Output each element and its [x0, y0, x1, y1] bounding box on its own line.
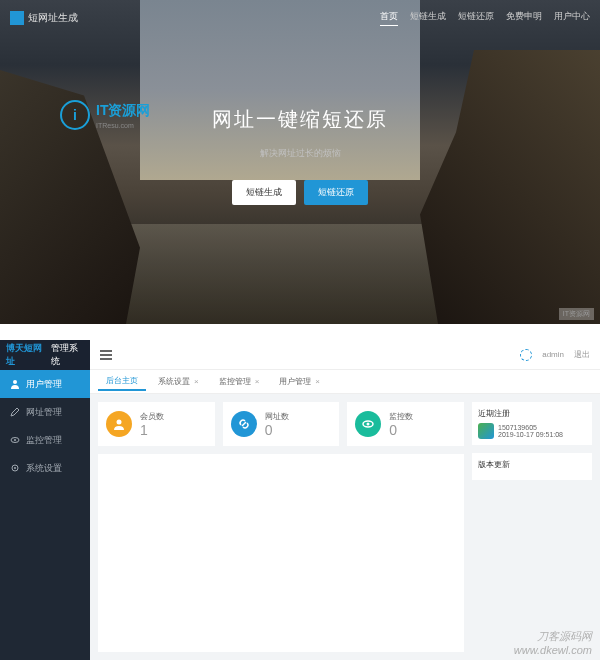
- settings-gear-icon[interactable]: [520, 349, 532, 361]
- restore-button[interactable]: 短链还原: [304, 180, 368, 205]
- nav-user-center[interactable]: 用户中心: [554, 10, 590, 26]
- sidebar-item-monitor[interactable]: 监控管理: [0, 426, 90, 454]
- sidebar-item-label: 监控管理: [26, 434, 62, 447]
- stat-value: 0: [265, 422, 289, 438]
- user-icon: [10, 379, 20, 389]
- stat-label: 监控数: [389, 411, 413, 422]
- monitor-eye-icon: [355, 411, 381, 437]
- nav-home[interactable]: 首页: [380, 10, 398, 26]
- sidebar-item-settings[interactable]: 系统设置: [0, 454, 90, 482]
- sidebar-item-label: 用户管理: [26, 378, 62, 391]
- hero-subtitle: 解决网址过长的烦恼: [260, 147, 341, 160]
- sidebar: 博天短网址 管理系统 用户管理 网址管理 监控管理 系统设置: [0, 340, 90, 660]
- sidebar-item-users[interactable]: 用户管理: [0, 370, 90, 398]
- svg-point-2: [14, 439, 16, 441]
- footer-watermark: 刀客源码网 www.dkewl.com: [514, 629, 592, 656]
- register-time: 2019-10-17 09:51:08: [498, 431, 563, 438]
- stat-value: 1: [140, 422, 164, 438]
- stats-column: 会员数 1 网址数 0: [98, 402, 464, 652]
- top-navbar: 短网址生成 首页 短链生成 短链还原 免费申明 用户中心: [0, 0, 600, 36]
- stat-card-urls: 网址数 0: [223, 402, 340, 446]
- hero-title: 网址一键缩短还原: [212, 106, 388, 133]
- top-nav-links: 首页 短链生成 短链还原 免费申明 用户中心: [380, 10, 590, 26]
- stat-label: 网址数: [265, 411, 289, 422]
- main-area: admin 退出 后台主页 系统设置× 监控管理× 用户管理× 会员数: [90, 340, 600, 660]
- right-panels: 近期注册 1507139605 2019-10-17 09:51:08 版本更新: [472, 402, 592, 652]
- hero-watermark: IT资源网: [559, 308, 594, 320]
- sidebar-brand-suffix: 管理系统: [51, 342, 84, 368]
- site-logo[interactable]: 短网址生成: [10, 11, 78, 25]
- stat-label: 会员数: [140, 411, 164, 422]
- register-user: 1507139605: [498, 424, 563, 431]
- register-item: 1507139605 2019-10-17 09:51:08: [478, 423, 586, 439]
- tab-dashboard[interactable]: 后台主页: [98, 372, 146, 391]
- tab-system-settings[interactable]: 系统设置×: [150, 373, 207, 390]
- version-panel: 版本更新: [472, 453, 592, 480]
- close-icon[interactable]: ×: [255, 377, 260, 386]
- nav-disclaimer[interactable]: 免费申明: [506, 10, 542, 26]
- sidebar-header: 博天短网址 管理系统: [0, 340, 90, 370]
- logout-link[interactable]: 退出: [574, 349, 590, 360]
- sidebar-item-urls[interactable]: 网址管理: [0, 398, 90, 426]
- svg-point-0: [13, 380, 17, 384]
- stat-value: 0: [389, 422, 413, 438]
- pencil-icon: [10, 407, 20, 417]
- sidebar-item-label: 网址管理: [26, 406, 62, 419]
- members-icon: [106, 411, 132, 437]
- stat-cards-row: 会员数 1 网址数 0: [98, 402, 464, 446]
- main-topbar: admin 退出: [90, 340, 600, 370]
- topbar-right: admin 退出: [520, 349, 590, 361]
- svg-point-7: [367, 423, 370, 426]
- hero-section: 短网址生成 首页 短链生成 短链还原 免费申明 用户中心 i IT资源网 ITR…: [0, 0, 600, 324]
- stat-card-members: 会员数 1: [98, 402, 215, 446]
- stat-card-monitor: 监控数 0: [347, 402, 464, 446]
- admin-panel: 博天短网址 管理系统 用户管理 网址管理 监控管理 系统设置: [0, 340, 600, 660]
- svg-point-4: [14, 467, 16, 469]
- sidebar-item-label: 系统设置: [26, 462, 62, 475]
- close-icon[interactable]: ×: [315, 377, 320, 386]
- recent-register-panel: 近期注册 1507139605 2019-10-17 09:51:08: [472, 402, 592, 445]
- svg-point-5: [117, 420, 122, 425]
- logo-icon: [10, 11, 24, 25]
- gear-icon: [10, 463, 20, 473]
- panel-title: 版本更新: [478, 459, 586, 470]
- nav-restore[interactable]: 短链还原: [458, 10, 494, 26]
- hero-content: 网址一键缩短还原 解决网址过长的烦恼 短链生成 短链还原: [0, 36, 600, 205]
- eye-icon: [10, 435, 20, 445]
- hamburger-icon[interactable]: [100, 350, 112, 360]
- nav-generate[interactable]: 短链生成: [410, 10, 446, 26]
- hero-buttons: 短链生成 短链还原: [232, 180, 368, 205]
- content-area: 会员数 1 网址数 0: [90, 394, 600, 660]
- tab-users[interactable]: 用户管理×: [271, 373, 328, 390]
- close-icon[interactable]: ×: [194, 377, 199, 386]
- generate-button[interactable]: 短链生成: [232, 180, 296, 205]
- link-icon: [231, 411, 257, 437]
- tab-monitor[interactable]: 监控管理×: [211, 373, 268, 390]
- user-role[interactable]: admin: [542, 350, 564, 359]
- empty-content-area: [98, 454, 464, 652]
- tab-bar: 后台主页 系统设置× 监控管理× 用户管理×: [90, 370, 600, 394]
- avatar-icon: [478, 423, 494, 439]
- panel-title: 近期注册: [478, 408, 586, 419]
- logo-text: 短网址生成: [28, 11, 78, 25]
- sidebar-brand: 博天短网址: [6, 342, 48, 368]
